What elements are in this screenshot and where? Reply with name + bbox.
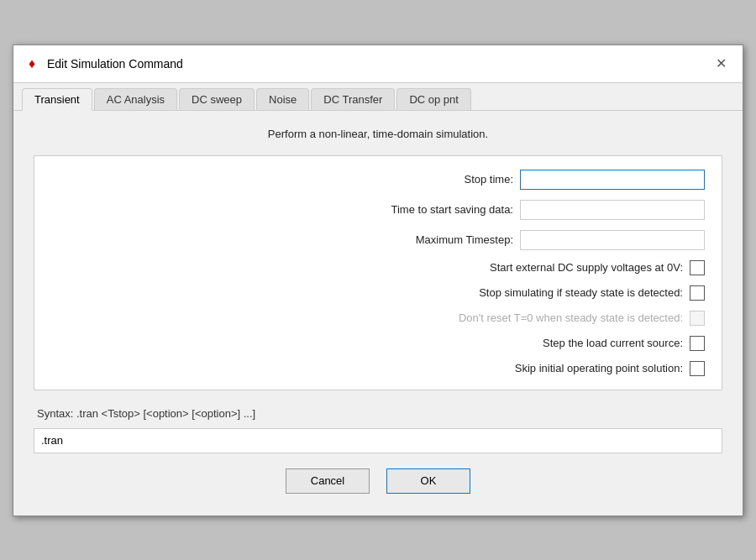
tab-transient[interactable]: Transient xyxy=(22,88,92,111)
dc-supply-label: Start external DC supply voltages at 0V: xyxy=(490,261,683,274)
title-bar: ♦ Edit Simulation Command ✕ xyxy=(13,45,743,83)
steady-state-row: Stop simulating if steady state is detec… xyxy=(51,285,705,301)
stop-time-input[interactable] xyxy=(520,170,705,190)
stop-time-label: Stop time: xyxy=(464,173,513,186)
dc-supply-checkbox[interactable] xyxy=(690,260,705,275)
skip-op-row: Skip initial operating point solution: xyxy=(51,361,705,376)
no-reset-checkbox[interactable] xyxy=(690,311,705,326)
command-input-wrap xyxy=(34,428,722,453)
command-input[interactable] xyxy=(34,428,722,453)
tab-content-transient: Perform a non-linear, time-domain simula… xyxy=(13,111,743,516)
dc-supply-row: Start external DC supply voltages at 0V: xyxy=(51,260,705,275)
dialog-buttons: Cancel OK xyxy=(34,465,722,502)
syntax-bar: Syntax: .tran <Tstop> [<option> [<option… xyxy=(34,400,722,423)
form-section: Stop time: Time to start saving data: Ma… xyxy=(34,155,722,390)
start-saving-label: Time to start saving data: xyxy=(391,203,513,216)
tab-dc-transfer[interactable]: DC Transfer xyxy=(311,88,395,110)
close-button[interactable]: ✕ xyxy=(709,52,732,76)
steady-state-label: Stop simulating if steady state is detec… xyxy=(479,286,683,299)
syntax-text: Syntax: .tran <Tstop> [<option> [<option… xyxy=(37,407,255,420)
start-saving-input[interactable] xyxy=(520,200,705,220)
no-reset-label: Don't reset T=0 when steady state is det… xyxy=(459,311,683,324)
max-timestep-row: Maximum Timestep: xyxy=(51,230,705,250)
skip-op-label: Skip initial operating point solution: xyxy=(515,362,683,374)
stop-time-row: Stop time: xyxy=(51,170,705,190)
dialog-title: Edit Simulation Command xyxy=(47,57,183,71)
tab-ac-analysis[interactable]: AC Analysis xyxy=(94,88,177,110)
tab-dc-sweep[interactable]: DC sweep xyxy=(179,88,255,110)
step-load-row: Step the load current source: xyxy=(51,336,705,351)
tab-dc-op-pnt[interactable]: DC op pnt xyxy=(396,88,471,110)
skip-op-checkbox[interactable] xyxy=(690,361,705,376)
step-load-checkbox[interactable] xyxy=(690,336,705,351)
step-load-label: Step the load current source: xyxy=(543,337,683,349)
tab-noise[interactable]: Noise xyxy=(256,88,309,110)
tab-bar: Transient AC Analysis DC sweep Noise DC … xyxy=(13,83,743,111)
app-icon: ♦ xyxy=(24,55,40,72)
no-reset-row: Don't reset T=0 when steady state is det… xyxy=(51,311,705,326)
transient-description: Perform a non-linear, time-domain simula… xyxy=(34,128,722,140)
steady-state-checkbox[interactable] xyxy=(690,285,705,301)
max-timestep-label: Maximum Timestep: xyxy=(416,233,513,246)
cancel-button[interactable]: Cancel xyxy=(286,468,370,494)
edit-simulation-dialog: ♦ Edit Simulation Command ✕ Transient AC… xyxy=(13,44,743,516)
title-bar-left: ♦ Edit Simulation Command xyxy=(24,55,183,72)
ok-button[interactable]: OK xyxy=(386,468,470,494)
start-saving-row: Time to start saving data: xyxy=(51,200,705,220)
max-timestep-input[interactable] xyxy=(520,230,705,250)
